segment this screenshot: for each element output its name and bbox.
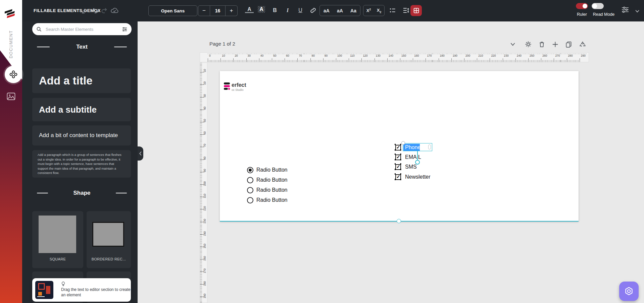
title-card-label: Add a title [39, 74, 93, 87]
radio-option-3[interactable]: Radio Button [247, 187, 288, 193]
assistant-button[interactable] [619, 282, 639, 301]
checkbox-checked-icon[interactable] [395, 155, 401, 160]
bullet-list-button[interactable] [388, 6, 397, 15]
font-size-value[interactable]: 16 [210, 5, 226, 16]
rail-elements-button[interactable] [5, 66, 22, 83]
paragraph-card-label: Add a paragraph which is a group of sent… [38, 153, 126, 175]
read-mode-toggle[interactable] [592, 3, 604, 9]
ruler-toggle[interactable] [576, 3, 588, 9]
rail-images-button[interactable] [6, 92, 16, 101]
capitalize-button[interactable]: aA [337, 8, 343, 13]
hint-text-line2: an element [61, 292, 81, 298]
toolbar: FILLABLE ELEMENTS DEMOX Open Sans − 16 +… [0, 0, 644, 21]
text-section-header: Text [32, 44, 132, 50]
element-card-title[interactable]: Add a title [32, 68, 131, 93]
vertical-ruler: 1020304050607080901001101201301401501601… [200, 63, 207, 303]
element-card-paragraph[interactable]: Add a paragraph which is a group of sent… [32, 150, 131, 178]
gear-icon [525, 41, 532, 48]
page-add-button[interactable] [551, 40, 559, 48]
page-indicator: Page 1 of 2 [209, 41, 235, 47]
app-rail: DOCUMENT [0, 0, 22, 303]
section-divider-handle[interactable] [397, 219, 401, 223]
hint-text-line1: Drag the text to editor section to creat… [61, 287, 131, 292]
search-filter-icon[interactable] [122, 26, 128, 32]
drag-handle-top[interactable] [401, 141, 405, 145]
resize-handle-right[interactable] [428, 144, 431, 149]
font-family-value: Open Sans [161, 8, 185, 13]
underline-button[interactable]: U [296, 6, 305, 15]
insert-table-button[interactable] [410, 5, 422, 16]
table-icon [413, 8, 419, 13]
lowercase-button[interactable]: Aa [350, 8, 356, 13]
italic-button[interactable]: I [283, 6, 292, 15]
font-color-button[interactable]: A [245, 6, 254, 13]
radio-icon-selected[interactable] [247, 167, 253, 173]
rail-section-label: DOCUMENT [0, 24, 22, 64]
link-icon [310, 7, 316, 14]
line-spacing-button[interactable] [402, 6, 410, 15]
company-logo-icon [224, 82, 231, 91]
more-options-button[interactable] [633, 7, 642, 15]
bordered-rect-shape-preview [92, 222, 124, 247]
save-status-button[interactable] [110, 6, 119, 15]
radio-label: Radio Button [256, 187, 288, 193]
uppercase-button[interactable]: aA [324, 8, 330, 13]
hint-thumbnail [35, 281, 53, 299]
page-settings-button[interactable] [524, 40, 532, 48]
radio-icon[interactable] [247, 197, 253, 203]
rename-button[interactable] [80, 6, 89, 15]
chevron-down-icon [510, 41, 516, 47]
font-color-letter: A [247, 7, 251, 12]
checkbox-checked-icon[interactable] [395, 174, 401, 180]
pencil-icon [81, 7, 88, 14]
copy-icon [565, 41, 572, 48]
undo-button[interactable] [91, 6, 99, 15]
rotate-handle[interactable] [415, 160, 420, 165]
radio-icon[interactable] [247, 177, 253, 183]
radio-label: Radio Button [256, 167, 288, 173]
page-collapse-button[interactable] [509, 40, 517, 48]
shape-card-bordered-rect[interactable]: BORDERED REC... [87, 211, 131, 268]
undo-icon [91, 7, 99, 14]
checkbox-checked-icon[interactable] [395, 145, 401, 150]
superscript-button[interactable]: X2 [366, 8, 371, 13]
page-recycle-button[interactable] [579, 40, 587, 48]
search-input[interactable] [45, 26, 122, 32]
subscript-button[interactable]: X2 [377, 8, 382, 14]
redo-button[interactable] [100, 6, 109, 15]
highlight-color-button[interactable]: A [258, 6, 265, 13]
page-delete-button[interactable] [538, 40, 546, 48]
radio-option-4[interactable]: Radio Button [247, 197, 288, 203]
editor-canvas: Page 1 of 2 0102030405060708090100110120… [138, 21, 644, 303]
radio-option-2[interactable]: Radio Button [247, 177, 288, 183]
selected-element-frame[interactable] [403, 143, 432, 151]
elements-panel: Text Add a title Add a subtitle Add a bi… [22, 21, 138, 303]
font-size-decrease-button[interactable]: − [198, 5, 210, 16]
panel-collapse-handle[interactable] [138, 146, 143, 161]
view-options-button[interactable] [621, 5, 630, 14]
shape-card-square[interactable]: SQUARE [32, 211, 83, 268]
shape-label: BORDERED REC... [87, 257, 131, 261]
search-bar[interactable] [32, 23, 132, 35]
element-card-subtitle[interactable]: Add a subtitle [32, 98, 131, 121]
company-logo-sub: oc Studio [232, 88, 246, 92]
insert-link-button[interactable] [309, 6, 317, 15]
checkbox-option-newsletter[interactable]: Newsletter [395, 174, 431, 180]
lightbulb-icon [61, 282, 65, 286]
app-logo[interactable] [5, 7, 17, 19]
hint-thumbnail-art [35, 281, 53, 299]
elements-icon [9, 70, 18, 79]
checkbox-option-sms[interactable]: SMS [395, 164, 417, 170]
page-duplicate-button[interactable] [564, 40, 573, 48]
radio-icon[interactable] [247, 187, 253, 193]
assistant-hex-icon [624, 287, 634, 296]
script-group: X2 X2 [363, 5, 385, 16]
drag-hint-tooltip: Drag the text to editor section to creat… [32, 278, 131, 302]
element-card-content[interactable]: Add a bit of content to template [32, 125, 131, 145]
subtitle-card-label: Add a subtitle [39, 105, 97, 115]
font-size-increase-button[interactable]: + [226, 5, 238, 16]
checkbox-checked-icon[interactable] [395, 164, 401, 170]
bold-button[interactable]: B [270, 6, 279, 15]
radio-option-1[interactable]: Radio Button [247, 167, 288, 173]
font-family-select[interactable]: Open Sans [148, 5, 197, 16]
